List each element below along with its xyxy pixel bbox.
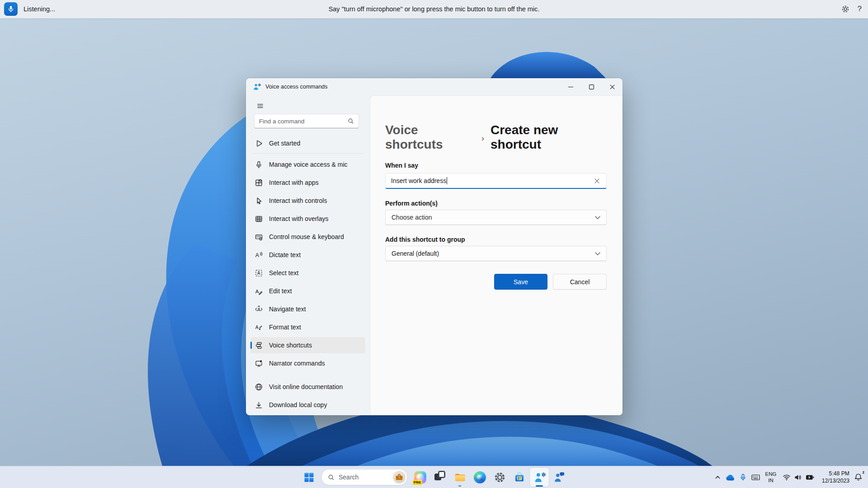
voice-access-bar: Listening... Say "turn off microphone" o…	[0, 0, 868, 19]
help-icon[interactable]: ?	[858, 5, 862, 14]
sidebar-item-interact-with-overlays[interactable]: Interact with overlays	[250, 211, 365, 227]
voice-access-message: Say "turn off microphone" or long press …	[0, 0, 868, 18]
taskbar-search-box[interactable]: Search	[321, 469, 407, 485]
save-button[interactable]: Save	[494, 274, 547, 290]
notification-center-button[interactable]: z	[853, 468, 865, 486]
breadcrumb-parent[interactable]: Voice shortcuts	[385, 123, 475, 152]
running-indicator	[458, 485, 461, 487]
keyboard-icon	[751, 474, 760, 481]
speaker-icon	[794, 474, 802, 481]
group-dropdown[interactable]: General (default)	[385, 246, 607, 261]
taskbar-app-voice-access[interactable]	[530, 468, 549, 487]
taskbar-app-edge[interactable]	[470, 468, 489, 487]
maximize-button[interactable]	[581, 78, 602, 95]
sidebar-item-voice-shortcuts[interactable]: Voice shortcuts	[250, 337, 365, 353]
download-icon	[255, 401, 263, 409]
sidebar-item-interact-with-apps[interactable]: Interact with apps	[250, 174, 365, 191]
taskbar-app-copilot[interactable]: PRE	[410, 468, 429, 487]
store-icon	[514, 471, 525, 483]
do-not-disturb-z: z	[863, 470, 864, 474]
taskbar-app-get-help[interactable]	[550, 468, 569, 487]
microphone-icon	[255, 161, 263, 169]
chevron-down-icon	[595, 252, 600, 255]
sidebar-item-visit-online-documentation[interactable]: Visit online documentation	[250, 379, 365, 395]
gear-icon[interactable]	[841, 5, 850, 14]
microphone-icon	[740, 474, 746, 481]
sidebar-item-label: Select text	[269, 269, 298, 277]
sidebar-item-dictate-text[interactable]: Dictate text	[250, 247, 365, 263]
language-line1: ENG	[765, 471, 777, 477]
sidebar-item-get-started[interactable]: Get started	[250, 135, 365, 151]
close-icon	[610, 84, 615, 89]
sidebar-item-label: Get started	[269, 140, 300, 147]
desktop: Listening... Say "turn off microphone" o…	[0, 0, 868, 488]
sidebar-nav: Get startedManage voice access & micInte…	[246, 135, 370, 413]
dictate-icon	[255, 251, 263, 259]
minimize-button[interactable]	[560, 78, 581, 95]
search-highlight-thumbnail	[393, 471, 406, 483]
copilot-icon: PRE	[414, 471, 426, 483]
chevron-down-icon	[595, 216, 600, 219]
voice-access-mic-tray-icon[interactable]	[737, 468, 749, 486]
bell-icon	[854, 473, 863, 481]
choose-action-dropdown[interactable]: Choose action	[385, 210, 607, 225]
find-command-search-input[interactable]: Find a command	[254, 114, 359, 128]
navigate-text-icon	[255, 305, 263, 313]
edit-text-icon	[255, 287, 263, 295]
voice-access-commands-window: Voice access commands Find a command Get…	[246, 78, 623, 415]
overlay-grid-icon	[255, 215, 263, 223]
group-label: Add this shortcut to group	[385, 236, 607, 243]
group-value: General (default)	[392, 250, 439, 257]
battery-charging-icon	[806, 474, 814, 480]
minimize-icon	[568, 84, 573, 89]
taskbar-search-placeholder: Search	[339, 474, 393, 481]
task-view-icon	[430, 468, 449, 487]
chevron-up-icon	[715, 475, 720, 479]
sidebar-item-manage-voice-access-mic[interactable]: Manage voice access & mic	[250, 156, 365, 173]
cancel-button[interactable]: Cancel	[553, 274, 607, 290]
sidebar-item-edit-text[interactable]: Edit text	[250, 283, 365, 299]
taskbar-app-settings[interactable]	[490, 468, 509, 487]
onedrive-tray-icon[interactable]	[723, 468, 737, 486]
voice-access-app-icon	[253, 83, 261, 91]
keyboard-touch-icon	[255, 233, 263, 241]
start-button[interactable]	[299, 468, 318, 487]
selected-indicator	[250, 342, 252, 349]
sidebar-item-label: Control mouse & keyboard	[269, 233, 344, 240]
search-placeholder: Find a command	[259, 118, 348, 125]
sidebar-item-interact-with-controls[interactable]: Interact with controls	[250, 192, 365, 209]
copilot-pre-badge: PRE	[413, 480, 422, 485]
sidebar-item-navigate-text[interactable]: Navigate text	[250, 301, 365, 317]
sidebar-item-label: Voice shortcuts	[269, 342, 312, 349]
select-text-icon	[255, 269, 263, 277]
apps-icon	[255, 179, 263, 187]
sidebar-item-label: Format text	[269, 324, 301, 331]
sidebar-divider	[252, 153, 363, 154]
sidebar-item-select-text[interactable]: Select text	[250, 265, 365, 281]
edge-icon	[474, 471, 486, 483]
touch-keyboard-tray-icon[interactable]	[749, 468, 762, 486]
hidden-icons-button[interactable]	[712, 468, 723, 486]
sidebar-item-download-local-copy[interactable]: Download local copy	[250, 397, 365, 413]
chevron-right-icon: ›	[481, 133, 484, 143]
taskbar-app-task-view[interactable]	[430, 468, 449, 487]
sidebar-item-control-mouse-keyboard[interactable]: Control mouse & keyboard	[250, 229, 365, 245]
when-i-say-input[interactable]: Insert work address	[385, 173, 607, 189]
window-titlebar[interactable]: Voice access commands	[246, 78, 623, 95]
hamburger-menu-button[interactable]	[251, 99, 269, 113]
sidebar-item-format-text[interactable]: Format text	[250, 319, 365, 335]
sidebar-item-label: Dictate text	[269, 251, 301, 258]
sidebar-item-narrator-commands[interactable]: Narrator commands	[250, 355, 365, 371]
close-button[interactable]	[602, 78, 623, 95]
folder-icon	[454, 471, 466, 483]
clock[interactable]: 5:48 PM 12/13/2023	[817, 468, 853, 486]
language-indicator[interactable]: ENG IN	[762, 468, 779, 486]
play-icon	[255, 140, 263, 147]
hamburger-icon	[257, 103, 264, 109]
taskbar-app-store[interactable]	[510, 468, 529, 487]
clear-input-button[interactable]	[592, 176, 602, 186]
search-icon	[328, 474, 335, 481]
taskbar-app-file-explorer[interactable]	[450, 468, 469, 487]
system-indicators-button[interactable]	[779, 468, 817, 486]
cloud-icon	[726, 474, 735, 481]
